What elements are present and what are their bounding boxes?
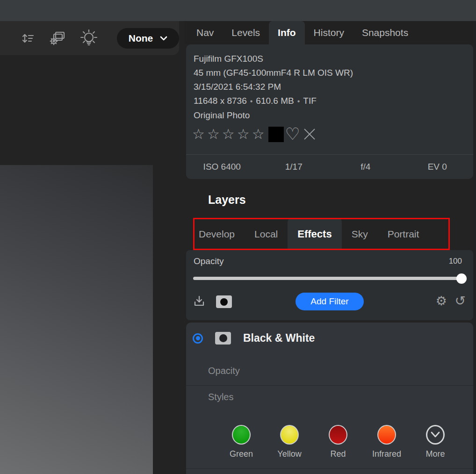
layer-opacity-row: Opacity 100 [186, 250, 473, 266]
filter-enabled-radio[interactable] [193, 333, 203, 344]
tab-info[interactable]: Info [269, 21, 304, 44]
side-panel-tabbar: Nav Levels Info History Snapshots [185, 21, 476, 44]
tab-develop[interactable]: Develop [189, 218, 245, 250]
style-label: More [419, 449, 452, 459]
filter-opacity-row[interactable]: Opacity [208, 366, 240, 376]
file-info-line: 11648 x 8736•610.6 MB•TIF [194, 94, 473, 108]
exif-aperture: f/4 [330, 162, 402, 172]
chevron-down-icon [160, 36, 167, 41]
tab-history[interactable]: History [305, 21, 353, 44]
lens-info: 45 mm (GF45-100mmF4 R LM OIS WR) [194, 66, 473, 80]
add-filter-button[interactable]: Add Filter [296, 293, 364, 310]
image-dimensions: 11648 x 8736 [194, 96, 247, 106]
top-left-toolbar: None [0, 21, 179, 55]
exif-ev: EV 0 [402, 162, 474, 172]
tab-portrait[interactable]: Portrait [378, 218, 429, 250]
photo-canvas[interactable] [0, 165, 153, 474]
tab-effects[interactable]: Effects [288, 218, 341, 250]
bullet-separator: • [294, 97, 303, 105]
export-lut-button[interactable] [193, 295, 205, 308]
file-type: TIF [303, 96, 317, 106]
scrollbar-gutter[interactable] [473, 21, 476, 474]
effects-button-row: Add Filter ⚙ ↺ [186, 291, 473, 312]
file-size: 610.6 MB [256, 96, 294, 106]
rating-row: ☆ ☆ ☆ ☆ ☆ ♡ [192, 125, 473, 144]
infrared-style-swatch[interactable] [377, 425, 396, 445]
style-label: Red [322, 449, 354, 459]
yellow-style-swatch[interactable] [280, 425, 299, 445]
camera-model: Fujifilm GFX100S [194, 52, 473, 66]
mask-icon [220, 298, 228, 306]
star-icon[interactable]: ☆ [237, 126, 250, 143]
filter-header: Black & White [193, 332, 315, 345]
style-option-red[interactable]: Red [322, 425, 354, 459]
sort-order-button[interactable] [22, 32, 35, 44]
star-icon[interactable]: ☆ [207, 126, 220, 143]
download-icon [193, 295, 205, 308]
undo-reset-icon[interactable]: ↺ [455, 293, 466, 309]
tab-sky[interactable]: Sky [342, 218, 378, 250]
luminar-app-window: None Nav Levels Info History Snapshots F… [0, 0, 476, 474]
batch-settings-button[interactable] [50, 31, 65, 46]
style-option-green[interactable]: Green [225, 425, 258, 459]
star-icon[interactable]: ☆ [252, 126, 265, 143]
red-style-swatch[interactable] [329, 425, 347, 445]
filter-title: Black & White [243, 332, 315, 345]
star-icon[interactable]: ☆ [192, 126, 205, 143]
edit-mode-tabbar: Develop Local Effects Sky Portrait [185, 218, 476, 250]
exif-summary-row: ISO 6400 1/17 f/4 EV 0 [186, 154, 473, 179]
style-label: Green [225, 449, 258, 459]
chevron-down-circle-icon [430, 431, 441, 438]
tab-nav[interactable]: Nav [188, 21, 223, 44]
gear-icon[interactable]: ⚙ [436, 294, 447, 308]
preset-dropdown[interactable]: None [117, 28, 179, 49]
heart-favorite-icon[interactable]: ♡ [285, 126, 300, 143]
batch-gear-icon [50, 31, 65, 46]
row-divider [186, 468, 473, 469]
style-option-more[interactable]: More [419, 425, 452, 459]
tab-snapshots[interactable]: Snapshots [353, 21, 417, 44]
style-option-infrared[interactable]: Infrared [370, 425, 403, 459]
window-title-strip [0, 0, 476, 21]
exif-shutter: 1/17 [258, 162, 330, 172]
row-divider [186, 385, 473, 386]
bullet-separator: • [247, 97, 256, 105]
more-styles-button[interactable] [426, 425, 445, 445]
sort-lines-icon [22, 32, 35, 44]
exif-iso: ISO 6400 [186, 162, 258, 172]
photo-state-label: Original Photo [194, 108, 473, 122]
reject-x-icon[interactable] [303, 128, 316, 141]
preset-dropdown-value: None [129, 33, 153, 44]
style-option-yellow[interactable]: Yellow [273, 425, 306, 459]
filter-styles-row[interactable]: Styles [208, 392, 233, 402]
black-white-filter-panel: Black & White Opacity Styles Green Yello… [186, 323, 473, 474]
mask-icon [219, 334, 227, 342]
style-label: Infrared [370, 449, 403, 459]
opacity-label: Opacity [194, 256, 224, 266]
effects-controls-panel: Opacity 100 Add Filter ⚙ ↺ [186, 250, 473, 320]
tab-levels[interactable]: Levels [223, 21, 269, 44]
style-label: Yellow [273, 449, 306, 459]
opacity-value: 100 [449, 257, 462, 266]
photo-metadata: Fujifilm GFX100S 45 mm (GF45-100mmF4 R L… [186, 44, 473, 122]
suggestions-button[interactable] [79, 28, 99, 49]
opacity-slider[interactable] [193, 277, 466, 280]
radio-dot [196, 336, 200, 340]
lightbulb-icon [79, 28, 99, 49]
layer-mask-button[interactable] [216, 295, 232, 308]
capture-datetime: 3/15/2021 6:54:32 PM [194, 80, 473, 94]
star-icon[interactable]: ☆ [222, 126, 235, 143]
info-panel: Fujifilm GFX100S 45 mm (GF45-100mmF4 R L… [186, 44, 473, 179]
green-style-swatch[interactable] [232, 425, 251, 445]
color-label-swatch[interactable] [268, 127, 284, 142]
tab-local[interactable]: Local [245, 218, 288, 250]
layers-section-title: Layers [208, 193, 246, 207]
opacity-slider-thumb[interactable] [456, 273, 467, 284]
filter-mask-button[interactable] [215, 332, 231, 345]
